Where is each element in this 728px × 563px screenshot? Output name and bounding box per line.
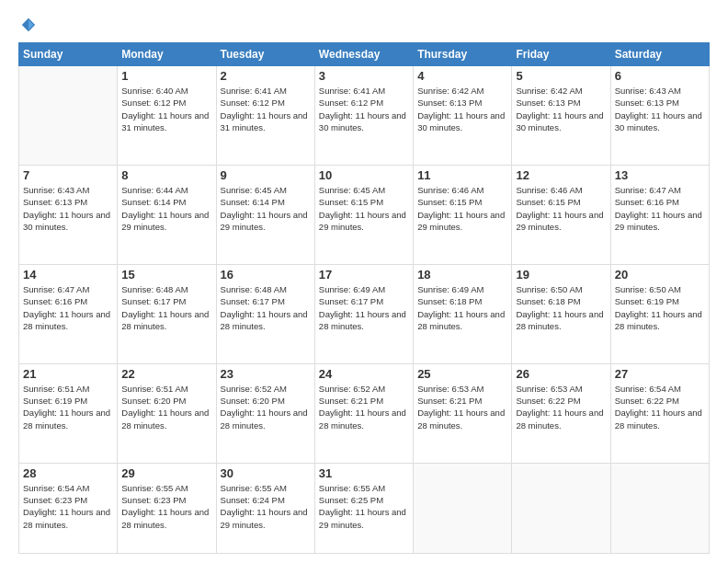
calendar-cell: 1Sunrise: 6:40 AMSunset: 6:12 PMDaylight… <box>118 66 216 166</box>
col-header-friday: Friday <box>512 43 610 66</box>
day-number: 25 <box>417 367 507 381</box>
day-number: 30 <box>221 466 311 480</box>
cell-info: Sunrise: 6:55 AMSunset: 6:25 PMDaylight:… <box>319 482 409 531</box>
day-number: 20 <box>615 268 705 282</box>
cell-info: Sunrise: 6:49 AMSunset: 6:17 PMDaylight:… <box>319 283 409 332</box>
cell-info: Sunrise: 6:52 AMSunset: 6:20 PMDaylight:… <box>221 383 311 431</box>
week-row-0: 1Sunrise: 6:40 AMSunset: 6:12 PMDaylight… <box>19 66 710 166</box>
calendar-cell: 19Sunrise: 6:50 AMSunset: 6:18 PMDayligh… <box>512 264 610 363</box>
day-number: 9 <box>221 168 311 182</box>
calendar-cell: 28Sunrise: 6:54 AMSunset: 6:23 PMDayligh… <box>19 463 118 553</box>
day-number: 27 <box>615 367 705 381</box>
calendar-cell: 8Sunrise: 6:44 AMSunset: 6:14 PMDaylight… <box>118 165 216 264</box>
calendar-cell: 13Sunrise: 6:47 AMSunset: 6:16 PMDayligh… <box>610 165 709 264</box>
calendar-cell: 24Sunrise: 6:52 AMSunset: 6:21 PMDayligh… <box>314 363 413 463</box>
cell-info: Sunrise: 6:43 AMSunset: 6:13 PMDaylight:… <box>23 184 113 233</box>
calendar-cell: 3Sunrise: 6:41 AMSunset: 6:12 PMDaylight… <box>314 66 413 166</box>
cell-info: Sunrise: 6:41 AMSunset: 6:12 PMDaylight:… <box>221 85 311 133</box>
cell-info: Sunrise: 6:46 AMSunset: 6:15 PMDaylight:… <box>417 184 507 233</box>
cell-info: Sunrise: 6:49 AMSunset: 6:18 PMDaylight:… <box>417 283 507 332</box>
day-number: 19 <box>516 268 606 282</box>
cell-info: Sunrise: 6:50 AMSunset: 6:19 PMDaylight:… <box>615 283 705 332</box>
calendar-cell: 31Sunrise: 6:55 AMSunset: 6:25 PMDayligh… <box>314 463 413 553</box>
cell-info: Sunrise: 6:52 AMSunset: 6:21 PMDaylight:… <box>319 383 409 431</box>
calendar-cell: 17Sunrise: 6:49 AMSunset: 6:17 PMDayligh… <box>314 264 413 363</box>
cell-info: Sunrise: 6:48 AMSunset: 6:17 PMDaylight:… <box>221 283 311 332</box>
cell-info: Sunrise: 6:42 AMSunset: 6:13 PMDaylight:… <box>516 85 606 133</box>
calendar-cell: 20Sunrise: 6:50 AMSunset: 6:19 PMDayligh… <box>610 264 709 363</box>
cell-info: Sunrise: 6:53 AMSunset: 6:21 PMDaylight:… <box>417 383 507 431</box>
page: SundayMondayTuesdayWednesdayThursdayFrid… <box>0 0 728 563</box>
day-number: 2 <box>221 69 311 83</box>
calendar-cell: 27Sunrise: 6:54 AMSunset: 6:22 PMDayligh… <box>610 363 709 463</box>
logo-icon <box>20 17 37 33</box>
cell-info: Sunrise: 6:55 AMSunset: 6:23 PMDaylight:… <box>121 482 211 531</box>
calendar-cell: 5Sunrise: 6:42 AMSunset: 6:13 PMDaylight… <box>512 66 610 166</box>
cell-info: Sunrise: 6:51 AMSunset: 6:19 PMDaylight:… <box>23 383 113 431</box>
calendar-cell: 12Sunrise: 6:46 AMSunset: 6:15 PMDayligh… <box>512 165 610 264</box>
header-row: SundayMondayTuesdayWednesdayThursdayFrid… <box>19 43 710 66</box>
day-number: 18 <box>417 268 507 282</box>
cell-info: Sunrise: 6:50 AMSunset: 6:18 PMDaylight:… <box>516 283 606 332</box>
col-header-monday: Monday <box>118 43 216 66</box>
day-number: 28 <box>23 466 113 480</box>
logo <box>18 17 37 33</box>
day-number: 14 <box>23 268 113 282</box>
calendar-cell <box>512 463 610 553</box>
cell-info: Sunrise: 6:44 AMSunset: 6:14 PMDaylight:… <box>121 184 211 233</box>
cell-info: Sunrise: 6:54 AMSunset: 6:23 PMDaylight:… <box>23 482 113 531</box>
calendar-cell: 11Sunrise: 6:46 AMSunset: 6:15 PMDayligh… <box>414 165 512 264</box>
day-number: 24 <box>319 367 409 381</box>
day-number: 11 <box>417 168 507 182</box>
calendar-cell: 29Sunrise: 6:55 AMSunset: 6:23 PMDayligh… <box>118 463 216 553</box>
calendar-cell: 6Sunrise: 6:43 AMSunset: 6:13 PMDaylight… <box>610 66 709 166</box>
day-number: 10 <box>319 168 409 182</box>
day-number: 1 <box>121 69 211 83</box>
day-number: 7 <box>23 168 113 182</box>
day-number: 26 <box>516 367 606 381</box>
calendar-cell <box>414 463 512 553</box>
col-header-wednesday: Wednesday <box>314 43 413 66</box>
col-header-tuesday: Tuesday <box>216 43 314 66</box>
calendar-cell: 10Sunrise: 6:45 AMSunset: 6:15 PMDayligh… <box>314 165 413 264</box>
calendar-cell: 4Sunrise: 6:42 AMSunset: 6:13 PMDaylight… <box>414 66 512 166</box>
calendar-cell: 7Sunrise: 6:43 AMSunset: 6:13 PMDaylight… <box>19 165 118 264</box>
cell-info: Sunrise: 6:43 AMSunset: 6:13 PMDaylight:… <box>615 85 705 133</box>
cell-info: Sunrise: 6:41 AMSunset: 6:12 PMDaylight:… <box>319 85 409 133</box>
cell-info: Sunrise: 6:51 AMSunset: 6:20 PMDaylight:… <box>121 383 211 431</box>
calendar-cell: 23Sunrise: 6:52 AMSunset: 6:20 PMDayligh… <box>216 363 314 463</box>
calendar-cell: 9Sunrise: 6:45 AMSunset: 6:14 PMDaylight… <box>216 165 314 264</box>
week-row-4: 28Sunrise: 6:54 AMSunset: 6:23 PMDayligh… <box>19 463 710 553</box>
day-number: 23 <box>221 367 311 381</box>
cell-info: Sunrise: 6:42 AMSunset: 6:13 PMDaylight:… <box>417 85 507 133</box>
day-number: 8 <box>121 168 211 182</box>
day-number: 4 <box>417 69 507 83</box>
calendar-cell: 18Sunrise: 6:49 AMSunset: 6:18 PMDayligh… <box>414 264 512 363</box>
cell-info: Sunrise: 6:54 AMSunset: 6:22 PMDaylight:… <box>615 383 705 431</box>
cell-info: Sunrise: 6:53 AMSunset: 6:22 PMDaylight:… <box>516 383 606 431</box>
col-header-sunday: Sunday <box>19 43 118 66</box>
cell-info: Sunrise: 6:55 AMSunset: 6:24 PMDaylight:… <box>221 482 311 531</box>
day-number: 17 <box>319 268 409 282</box>
calendar-cell <box>610 463 709 553</box>
day-number: 15 <box>121 268 211 282</box>
week-row-3: 21Sunrise: 6:51 AMSunset: 6:19 PMDayligh… <box>19 363 710 463</box>
cell-info: Sunrise: 6:48 AMSunset: 6:17 PMDaylight:… <box>121 283 211 332</box>
calendar-cell: 21Sunrise: 6:51 AMSunset: 6:19 PMDayligh… <box>19 363 118 463</box>
day-number: 31 <box>319 466 409 480</box>
col-header-saturday: Saturday <box>610 43 709 66</box>
calendar-cell: 16Sunrise: 6:48 AMSunset: 6:17 PMDayligh… <box>216 264 314 363</box>
header <box>18 17 710 33</box>
calendar-cell: 25Sunrise: 6:53 AMSunset: 6:21 PMDayligh… <box>414 363 512 463</box>
col-header-thursday: Thursday <box>414 43 512 66</box>
week-row-1: 7Sunrise: 6:43 AMSunset: 6:13 PMDaylight… <box>19 165 710 264</box>
calendar-cell: 30Sunrise: 6:55 AMSunset: 6:24 PMDayligh… <box>216 463 314 553</box>
day-number: 12 <box>516 168 606 182</box>
calendar-cell: 26Sunrise: 6:53 AMSunset: 6:22 PMDayligh… <box>512 363 610 463</box>
calendar-cell: 2Sunrise: 6:41 AMSunset: 6:12 PMDaylight… <box>216 66 314 166</box>
calendar-cell <box>19 66 118 166</box>
day-number: 5 <box>516 69 606 83</box>
cell-info: Sunrise: 6:47 AMSunset: 6:16 PMDaylight:… <box>23 283 113 332</box>
cell-info: Sunrise: 6:47 AMSunset: 6:16 PMDaylight:… <box>615 184 705 233</box>
week-row-2: 14Sunrise: 6:47 AMSunset: 6:16 PMDayligh… <box>19 264 710 363</box>
